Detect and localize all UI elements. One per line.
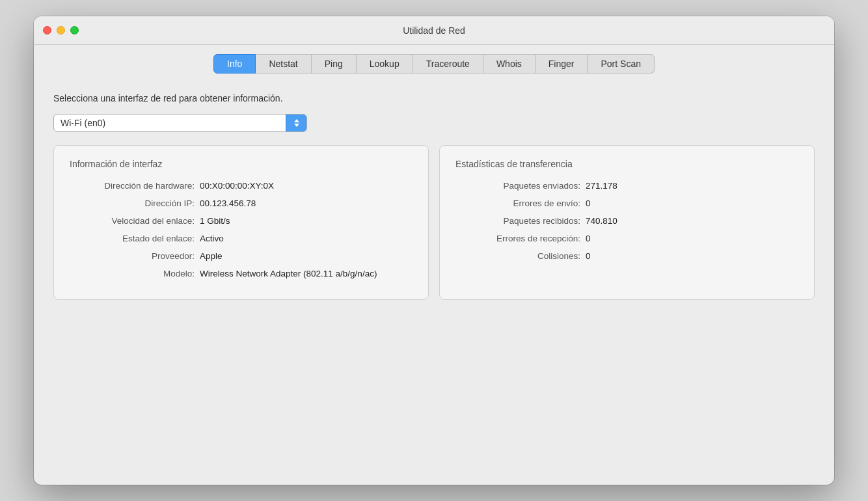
interface-info-panel: Información de interfaz Dirección de har… bbox=[53, 145, 429, 300]
tab-portscan[interactable]: Port Scan bbox=[588, 54, 654, 74]
label-packets-sent: Paquetes enviados: bbox=[455, 181, 586, 191]
tab-ping[interactable]: Ping bbox=[312, 54, 357, 74]
value-packets-received: 740.810 bbox=[586, 216, 798, 226]
arrow-up-icon bbox=[294, 119, 299, 122]
label-send-errors: Errores de envío: bbox=[455, 198, 586, 208]
value-model: Wireless Network Adapter (802.11 a/b/g/n… bbox=[200, 269, 413, 278]
selector-row: Wi-Fi (en0) bbox=[53, 114, 815, 132]
arrow-down-icon bbox=[294, 124, 299, 127]
label-hardware: Dirección de hardware: bbox=[70, 181, 200, 191]
value-ip: 00.123.456.78 bbox=[200, 198, 413, 208]
label-model: Modelo: bbox=[70, 269, 200, 278]
value-speed: 1 Gbit/s bbox=[200, 216, 413, 226]
tabbar: Info Netstat Ping Lookup Traceroute Whoi… bbox=[34, 45, 834, 80]
minimize-button[interactable] bbox=[57, 26, 65, 34]
label-collisions: Colisiones: bbox=[455, 251, 586, 261]
label-receive-errors: Errores de recepción: bbox=[455, 234, 586, 243]
main-content: Selecciona una interfaz de red para obte… bbox=[34, 80, 834, 485]
titlebar: Utilidad de Red bbox=[34, 16, 834, 45]
maximize-button[interactable] bbox=[70, 26, 79, 34]
table-row: Velocidad del enlace: 1 Gbit/s bbox=[70, 216, 413, 226]
interface-select-label: Wi-Fi (en0) bbox=[54, 118, 286, 128]
value-receive-errors: 0 bbox=[586, 234, 798, 243]
interface-info-title: Información de interfaz bbox=[70, 159, 413, 169]
tab-finger[interactable]: Finger bbox=[536, 54, 588, 74]
value-send-errors: 0 bbox=[586, 198, 798, 208]
table-row: Colisiones: 0 bbox=[455, 251, 798, 261]
table-row: Errores de envío: 0 bbox=[455, 198, 798, 208]
table-row: Paquetes recibidos: 740.810 bbox=[455, 216, 798, 226]
tab-traceroute[interactable]: Traceroute bbox=[413, 54, 483, 74]
value-collisions: 0 bbox=[586, 251, 798, 261]
value-status: Activo bbox=[200, 234, 413, 243]
table-row: Proveedor: Apple bbox=[70, 251, 413, 261]
label-ip: Dirección IP: bbox=[70, 198, 200, 208]
table-row: Dirección de hardware: 00:X0:00:00:XY:0X bbox=[70, 181, 413, 191]
label-status: Estado del enlace: bbox=[70, 234, 200, 243]
table-row: Estado del enlace: Activo bbox=[70, 234, 413, 243]
table-row: Paquetes enviados: 271.178 bbox=[455, 181, 798, 191]
subtitle-text: Selecciona una interfaz de red para obte… bbox=[53, 93, 815, 103]
tab-lookup[interactable]: Lookup bbox=[357, 54, 413, 74]
table-row: Dirección IP: 00.123.456.78 bbox=[70, 198, 413, 208]
label-speed: Velocidad del enlace: bbox=[70, 216, 200, 226]
tab-info[interactable]: Info bbox=[213, 54, 256, 74]
close-button[interactable] bbox=[43, 26, 51, 34]
tab-whois[interactable]: Whois bbox=[483, 54, 536, 74]
value-packets-sent: 271.178 bbox=[586, 181, 798, 191]
traffic-lights bbox=[43, 26, 79, 34]
interface-selector[interactable]: Wi-Fi (en0) bbox=[53, 114, 307, 132]
value-hardware: 00:X0:00:00:XY:0X bbox=[200, 181, 413, 191]
window-title: Utilidad de Red bbox=[403, 25, 465, 36]
label-vendor: Proveedor: bbox=[70, 251, 200, 261]
transfer-stats-panel: Estadísticas de transferencia Paquetes e… bbox=[439, 145, 815, 300]
table-row: Modelo: Wireless Network Adapter (802.11… bbox=[70, 269, 413, 278]
value-vendor: Apple bbox=[200, 251, 413, 261]
select-arrow-button[interactable] bbox=[286, 114, 306, 132]
panels-row: Información de interfaz Dirección de har… bbox=[53, 145, 815, 300]
table-row: Errores de recepción: 0 bbox=[455, 234, 798, 243]
label-packets-received: Paquetes recibidos: bbox=[455, 216, 586, 226]
app-window: Utilidad de Red Info Netstat Ping Lookup… bbox=[34, 16, 834, 485]
transfer-stats-title: Estadísticas de transferencia bbox=[455, 159, 798, 169]
tab-netstat[interactable]: Netstat bbox=[256, 54, 311, 74]
